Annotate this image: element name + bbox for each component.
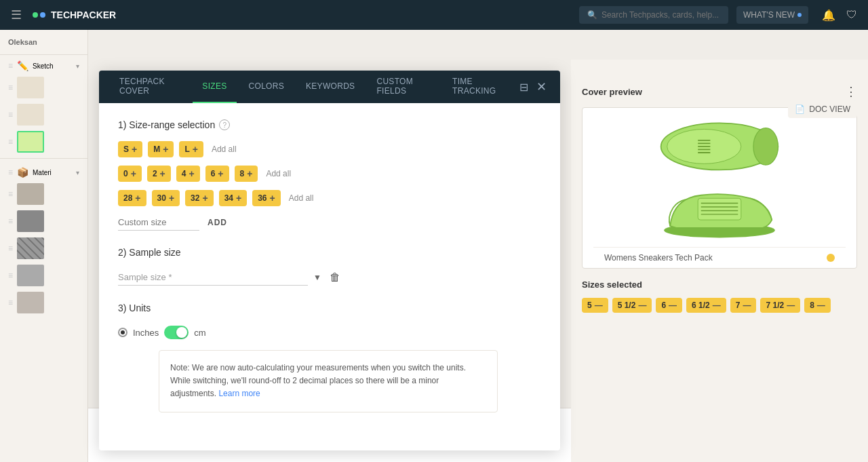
- material-item-2[interactable]: ≡: [0, 208, 87, 235]
- right-panel: 📄 DOC VIEW Cover preview ⋮: [571, 60, 868, 462]
- logo-dot-green: [33, 12, 38, 18]
- search-bar[interactable]: 🔍: [579, 6, 728, 24]
- drag-handle: ≡: [8, 244, 13, 253]
- sketch-item-2[interactable]: ≡: [0, 101, 87, 128]
- shoe-preview: Womens Sneakers Tech Pack: [582, 107, 857, 269]
- minus-icon: —: [787, 301, 795, 310]
- preview-product-title: Womens Sneakers Tech Pack: [604, 253, 713, 263]
- selected-chip-7-half[interactable]: 7 1/2 —: [760, 298, 800, 313]
- whats-new-button[interactable]: WHAT'S NEW: [736, 6, 808, 24]
- section2-title: 2) Sample size: [118, 247, 541, 258]
- logo-icon: [33, 12, 45, 18]
- size-chip-34[interactable]: 34 +: [219, 190, 248, 206]
- search-input[interactable]: [601, 10, 720, 20]
- modal-close-button[interactable]: ✕: [534, 77, 549, 97]
- add-all-link-3[interactable]: Add all: [289, 193, 314, 203]
- doc-view-button[interactable]: 📄 DOC VIEW: [788, 100, 857, 118]
- material-thumbnail-2: [17, 210, 44, 232]
- inches-radio[interactable]: [118, 328, 127, 337]
- material-item-3[interactable]: ≡: [0, 235, 87, 262]
- app-logo: TECHPACKER: [33, 9, 116, 20]
- sizes-selected-title: Sizes selected: [582, 280, 857, 290]
- cover-preview-title: Cover preview: [582, 87, 642, 97]
- cover-preview-header: Cover preview ⋮: [582, 84, 857, 99]
- drag-handle: ≡: [8, 189, 13, 199]
- custom-size-row: ADD: [118, 214, 541, 231]
- trash-icon: 🗑: [330, 271, 340, 283]
- more-options-button[interactable]: ⋮: [845, 84, 857, 99]
- delete-sample-size-button[interactable]: 🗑: [327, 269, 343, 286]
- left-sidebar: Oleksan ≡ ✏️ Sketch ▾ ≡ ≡ ≡: [0, 30, 88, 462]
- size-chip-36[interactable]: 36 +: [252, 190, 281, 206]
- sketch-thumbnail-2: [17, 104, 44, 126]
- drag-handle: ≡: [8, 168, 13, 177]
- section1-title: 1) Size-range selection ?: [118, 119, 541, 130]
- learn-more-link[interactable]: Learn more: [218, 389, 260, 398]
- shield-icon[interactable]: 🛡: [846, 9, 857, 21]
- drag-handle: ≡: [8, 61, 13, 71]
- units-toggle[interactable]: [164, 326, 189, 339]
- size-chip-32[interactable]: 32 +: [185, 190, 214, 206]
- plus-icon: +: [189, 168, 194, 179]
- bell-icon[interactable]: 🔔: [822, 9, 835, 22]
- sketch-item-3[interactable]: ≡: [0, 128, 87, 155]
- minus-icon: —: [669, 301, 677, 310]
- sizes-selected-card: Sizes selected 5 — 5 1/2 — 6 —: [582, 280, 857, 313]
- plus-icon: +: [160, 168, 165, 179]
- add-all-link-2[interactable]: Add all: [266, 169, 291, 178]
- whats-new-dot: [797, 13, 802, 17]
- sizes-modal: TECHPACK COVER SIZES COLORS KEYWORDS CUS…: [99, 71, 560, 450]
- add-all-link-1[interactable]: Add all: [212, 145, 237, 154]
- size-chip-0[interactable]: 0 +: [118, 166, 142, 182]
- chevron-down-icon: ▾: [76, 169, 79, 176]
- material-item-5[interactable]: ≡: [0, 289, 87, 316]
- inches-label: Inches: [133, 328, 159, 338]
- material-items: ≡ ≡ ≡ ≡ ≡: [0, 180, 87, 316]
- sidebar-user: Oleksan: [0, 30, 87, 55]
- size-chip-8[interactable]: 8 +: [235, 166, 258, 182]
- selected-chip-6[interactable]: 6 —: [656, 298, 682, 313]
- material-item-4[interactable]: ≡: [0, 262, 87, 289]
- size-group-3: 28 + 30 + 32 + 34 +: [118, 190, 541, 206]
- tab-time-tracking[interactable]: TIME TRACKING: [443, 71, 514, 103]
- selected-chip-5[interactable]: 5 —: [582, 298, 608, 313]
- info-icon[interactable]: ?: [219, 119, 230, 130]
- tab-sizes[interactable]: SIZES: [193, 71, 236, 103]
- tab-keywords[interactable]: KEYWORDS: [296, 71, 364, 103]
- note-text: Note: We are now auto-calculating your m…: [170, 363, 466, 398]
- modal-minimize-button[interactable]: ⊟: [517, 78, 531, 96]
- size-chip-28[interactable]: 28 +: [118, 190, 146, 206]
- size-chip-30[interactable]: 30 +: [152, 190, 180, 206]
- material-item-1[interactable]: ≡: [0, 180, 87, 208]
- selected-chip-6-half[interactable]: 6 1/2 —: [686, 298, 726, 313]
- tab-custom-fields[interactable]: CUSTOM FIELDS: [367, 71, 440, 103]
- units-note-box: Note: We are now auto-calculating your m…: [159, 350, 498, 412]
- sample-size-select[interactable]: [118, 269, 308, 286]
- section3-title: 3) Units: [118, 303, 541, 313]
- selected-chip-5-half[interactable]: 5 1/2 —: [612, 298, 652, 313]
- size-chip-S[interactable]: S +: [118, 141, 142, 157]
- size-chip-L[interactable]: L +: [179, 141, 203, 157]
- sketch-item-1[interactable]: ≡: [0, 74, 87, 101]
- sketch-header[interactable]: ≡ ✏️ Sketch ▾: [0, 55, 87, 74]
- modal-tabs: TECHPACK COVER SIZES COLORS KEYWORDS CUS…: [99, 71, 560, 103]
- custom-size-input[interactable]: [118, 214, 199, 231]
- size-chip-4[interactable]: 4 +: [176, 166, 200, 182]
- plus-icon: +: [247, 168, 252, 179]
- selected-chip-7[interactable]: 7 —: [730, 298, 757, 313]
- add-custom-size-button[interactable]: ADD: [208, 218, 227, 227]
- drag-handle: ≡: [8, 271, 13, 280]
- hamburger-menu[interactable]: ☰: [11, 7, 22, 22]
- doc-view-label: DOC VIEW: [809, 104, 850, 114]
- minus-icon: —: [595, 301, 603, 310]
- plus-icon: +: [169, 193, 174, 204]
- plus-icon: +: [218, 168, 223, 179]
- tab-techpack-cover[interactable]: TECHPACK COVER: [110, 71, 190, 103]
- selected-chip-8[interactable]: 8 —: [804, 298, 831, 313]
- size-chip-M[interactable]: M +: [148, 141, 174, 157]
- size-chip-2[interactable]: 2 +: [147, 166, 171, 182]
- size-group-1: S + M + L + Add all: [118, 141, 541, 157]
- tab-colors[interactable]: COLORS: [239, 71, 294, 103]
- material-header[interactable]: ≡ 📦 Materi ▾: [0, 161, 87, 180]
- size-chip-6[interactable]: 6 +: [205, 166, 229, 182]
